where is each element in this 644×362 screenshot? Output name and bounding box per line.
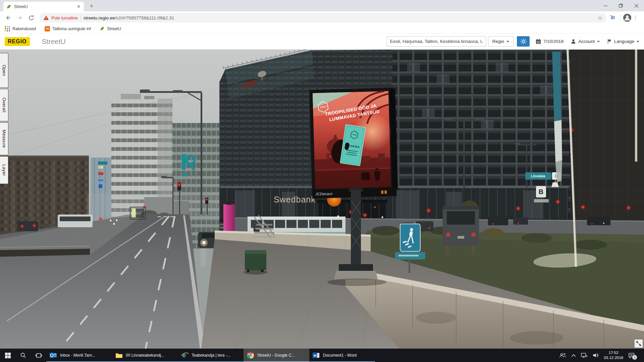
- restore-button[interactable]: [613, 0, 629, 11]
- parking-zone-sign: B: [539, 188, 543, 195]
- jcdecaux-label: JCDecaux: [315, 191, 333, 196]
- tab-overall[interactable]: Overall: [0, 89, 8, 121]
- taskbar-label: Teabekandja | tera -...: [192, 353, 230, 358]
- chevron-down-icon: [506, 41, 509, 42]
- tool-tabs: Open Overall Measure Layer: [0, 53, 8, 184]
- id-card-extension-icon[interactable]: iD: [608, 14, 617, 21]
- volume-icon[interactable]: [592, 353, 599, 358]
- account-dropdown[interactable]: Account: [571, 39, 600, 44]
- map-provider-label: Regio: [492, 39, 504, 44]
- task-view-icon: [36, 353, 42, 358]
- fullscreen-button[interactable]: [634, 339, 643, 348]
- bookmark-label: StreetU: [107, 26, 121, 31]
- dumpster: [244, 250, 268, 275]
- bookmark-tallinna-uuringute[interactable]: TU Tallinna uuringute inf: [45, 26, 91, 32]
- new-tab-button[interactable]: +: [87, 2, 96, 10]
- bookmarks-bar: Rakendused TU Tallinna uuringute inf Str…: [0, 24, 644, 34]
- clock-date: 03.12.2018: [604, 355, 623, 360]
- toolbar-separator: [620, 14, 620, 21]
- street-view-main: Swedbank: [0, 50, 644, 349]
- internet-explorer-icon: e: [181, 352, 189, 359]
- date-picker[interactable]: 7/10/2018: [536, 39, 564, 44]
- language-dropdown[interactable]: Language: [607, 39, 639, 44]
- tu-favicon: TU: [45, 26, 50, 32]
- security-warning-icon: [44, 15, 49, 20]
- flag-icon: [607, 39, 612, 44]
- swedbank-logo-text: Swedbank: [274, 195, 316, 204]
- profile-avatar[interactable]: [623, 13, 632, 22]
- taskbar-ie[interactable]: e Teabekandja | tera -...: [178, 349, 244, 362]
- security-warning-label: Pole turvaline: [51, 15, 78, 20]
- tab-label: Open: [2, 65, 7, 76]
- location-search-input[interactable]: [387, 36, 486, 47]
- bookmark-star-icon[interactable]: ☆: [598, 15, 602, 21]
- reload-button[interactable]: [26, 13, 36, 22]
- bookmark-label: Rakendused: [12, 26, 36, 31]
- outlook-icon: [50, 352, 57, 359]
- tab-measure[interactable]: Measure: [0, 122, 8, 155]
- brightness-button[interactable]: [517, 36, 530, 47]
- notification-badge: 1: [632, 355, 637, 360]
- folder-icon: [115, 352, 123, 359]
- hidden-icons-chevron-icon[interactable]: [571, 354, 576, 357]
- taskbar-word[interactable]: W Document1 - Word: [309, 349, 375, 362]
- omnibox-separator: [80, 15, 81, 20]
- browser-tab[interactable]: StreetU ✕: [3, 2, 84, 11]
- map-provider-dropdown[interactable]: Regio: [488, 36, 514, 47]
- action-center-button[interactable]: 1: [628, 353, 635, 358]
- url-text: streetu.regio.ee/v2/#/?5957758&111.09&2.…: [84, 15, 174, 20]
- road: [0, 214, 205, 349]
- word-icon: W: [313, 352, 320, 359]
- windows-taskbar: Inbox - Merili.Tam... 00 Linnateabekandj…: [0, 349, 644, 362]
- fullscreen-arrows-icon: [636, 341, 641, 346]
- tab-close-icon[interactable]: ✕: [76, 4, 81, 9]
- tab-layer[interactable]: Layer: [0, 156, 8, 184]
- chevron-down-icon: [597, 41, 600, 42]
- svg-text:W: W: [314, 354, 317, 357]
- clock-time: 17:52: [604, 350, 623, 355]
- taskbar-outlook[interactable]: Inbox - Merili.Tam...: [46, 349, 112, 362]
- streetu-header: REGIO StreetU Regio: [0, 34, 644, 50]
- back-button[interactable]: [4, 13, 13, 22]
- tab-label: Layer: [2, 164, 7, 176]
- streetu-favicon-leaf-icon: [6, 4, 11, 9]
- taskbar-label: Inbox - Merili.Tam...: [60, 353, 95, 358]
- browser-tab-strip: StreetU ✕ +: [0, 0, 644, 11]
- tab-label: Measure: [2, 130, 7, 148]
- address-bar[interactable]: Pole turvaline streetu.regio.ee/v2/#/?59…: [40, 13, 606, 22]
- taskbar-chrome[interactable]: StreetU - Google C...: [244, 349, 309, 362]
- start-button[interactable]: [0, 349, 15, 362]
- digital-billboard: TROOPILISED ÖÖD JA LUMMAVAD TANTSUD HAVA…: [309, 87, 398, 198]
- browser-toolbar: Pole turvaline streetu.regio.ee/v2/#/?59…: [0, 11, 644, 24]
- street-name-sign: Liivalaia: [531, 174, 545, 178]
- taskbar-clock[interactable]: 17:52 03.12.2018: [604, 350, 623, 360]
- taskbar-label: 00 Linnateabekandj...: [126, 353, 164, 358]
- search-icon: [20, 352, 26, 358]
- taskbar-folder[interactable]: 00 Linnateabekandj...: [112, 349, 178, 362]
- chrome-icon: [247, 352, 254, 359]
- forward-button[interactable]: [15, 13, 24, 22]
- page-title: StreetU: [42, 38, 66, 46]
- window-controls: [598, 0, 644, 11]
- tab-open[interactable]: Open: [0, 53, 8, 88]
- bookmark-label: Tallinna uuringute inf: [52, 26, 91, 31]
- calendar-icon: [536, 39, 541, 44]
- close-button[interactable]: [629, 0, 644, 11]
- url-path: /v2/#/?5957758&111.09&2.31: [115, 15, 174, 20]
- task-view-button[interactable]: [31, 349, 46, 362]
- street-view-canvas[interactable]: Swedbank: [0, 50, 644, 349]
- people-icon[interactable]: [559, 353, 566, 358]
- advertising-column: [223, 203, 235, 235]
- bookmark-apps[interactable]: Rakendused: [5, 26, 36, 32]
- person-icon: [571, 39, 576, 44]
- taskbar-label: StreetU - Google C...: [257, 353, 295, 358]
- date-value: 7/10/2018: [543, 39, 564, 44]
- regio-logo: REGIO: [5, 37, 30, 46]
- taskbar-search-button[interactable]: [15, 349, 31, 362]
- bookmark-streetu[interactable]: StreetU: [100, 26, 121, 31]
- tab-label: Overall: [2, 98, 7, 113]
- network-icon[interactable]: [581, 353, 587, 358]
- minimize-button[interactable]: [598, 0, 613, 11]
- browser-menu-icon[interactable]: ⋮: [632, 15, 641, 21]
- taskbar-label: Document1 - Word: [323, 353, 357, 358]
